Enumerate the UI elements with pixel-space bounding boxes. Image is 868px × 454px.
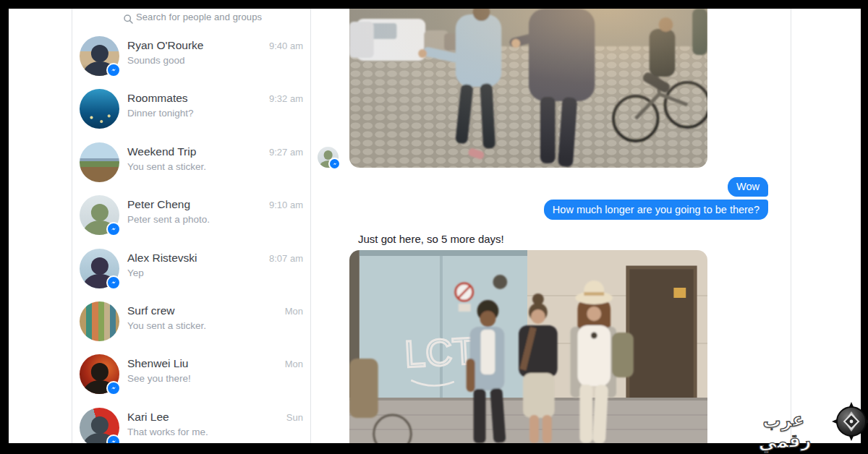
conversation-preview: You sent a sticker. (127, 161, 303, 172)
conversation-item-alex-ristevski[interactable]: Alex Ristevski8:07 am Yep (72, 242, 310, 295)
messenger-badge-icon (106, 222, 121, 236)
outgoing-message-bubble: How much longer are you going to be ther… (544, 200, 768, 220)
sender-avatar (318, 147, 339, 168)
avatar (80, 408, 119, 443)
messenger-badge-icon (106, 381, 121, 395)
photo-message-three-friends[interactable]: LCT (349, 250, 707, 443)
conversation-name: Kari Lee (127, 411, 169, 424)
conversation-time: Mon (285, 359, 303, 369)
conversation-item-weekend-trip[interactable]: Weekend Trip9:27 am You sent a sticker. (72, 136, 310, 189)
conversation-preview: See you there! (127, 373, 303, 384)
outgoing-message-bubble: Wow (728, 177, 768, 197)
avatar (80, 354, 119, 394)
conversation-time: 8:07 am (269, 253, 303, 264)
conversation-preview: You sent a sticker. (127, 320, 303, 331)
watermark-text: عرب رقمي (736, 408, 833, 454)
conversation-name: Surf crew (127, 304, 174, 317)
divider (791, 9, 791, 443)
avatar (80, 142, 119, 182)
conversation-item-ryan[interactable]: Ryan O'Rourke9:40 am Sounds good (72, 30, 310, 82)
conversation-item-shenwei-liu[interactable]: Shenwei LiuMon See you there! (72, 348, 310, 401)
avatar (80, 89, 119, 129)
conversation-name: Roommates (127, 92, 188, 105)
conversation-item-roommates[interactable]: Roommates9:32 am Dinner tonight? (72, 82, 310, 135)
conversation-time: Mon (285, 306, 303, 317)
search-placeholder: Search for people and groups (136, 12, 262, 22)
incoming-message-text: Just got here, so 5 more days! (358, 233, 504, 245)
conversation-item-kari-lee[interactable]: Kari LeeSun That works for me. (72, 401, 310, 443)
divider (310, 9, 311, 443)
conversation-preview: Peter sent a photo. (127, 214, 303, 225)
conversation-item-surf-crew[interactable]: Surf crewMon You sent a sticker. (72, 295, 310, 348)
conversation-name: Shenwei Liu (127, 357, 188, 370)
conversation-name: Peter Cheng (127, 198, 190, 211)
avatar (80, 195, 119, 235)
conversation-preview: Dinner tonight? (127, 108, 303, 119)
messenger-badge-icon (106, 275, 121, 290)
avatar (80, 301, 119, 341)
conversation-preview: Yep (127, 267, 303, 278)
watermark-target-logo-icon (832, 402, 868, 441)
messenger-badge-icon (328, 158, 341, 170)
messenger-badge-icon (106, 434, 121, 443)
conversation-preview: That works for me. (127, 427, 303, 437)
conversation-preview: Sounds good (127, 55, 303, 66)
conversation-item-peter-cheng[interactable]: Peter Cheng9:10 am Peter sent a photo. (72, 189, 310, 241)
search-input[interactable]: Search for people and groups (72, 9, 310, 30)
avatar-photo (80, 301, 119, 341)
screenshot-canvas: Search for people and groups Ryan O'Rour… (0, 0, 868, 454)
conversation-time: 9:27 am (269, 147, 303, 158)
conversation-time: 9:32 am (269, 93, 303, 104)
avatar-photo (80, 142, 119, 182)
search-icon (124, 14, 133, 27)
photo-message-couple-street[interactable] (349, 9, 707, 168)
conversation-time: 9:40 am (269, 40, 303, 51)
avatar (80, 36, 119, 76)
conversation-name: Ryan O'Rourke (127, 39, 203, 52)
conversation-time: Sun (286, 412, 303, 423)
avatar-photo (80, 89, 119, 129)
conversation-name: Alex Ristevski (127, 252, 197, 265)
avatar (80, 249, 119, 288)
conversation-sidebar: Search for people and groups Ryan O'Rour… (72, 9, 310, 443)
messenger-badge-icon (106, 63, 121, 77)
conversation-name: Weekend Trip (127, 145, 196, 158)
conversation-time: 9:10 am (269, 200, 303, 210)
